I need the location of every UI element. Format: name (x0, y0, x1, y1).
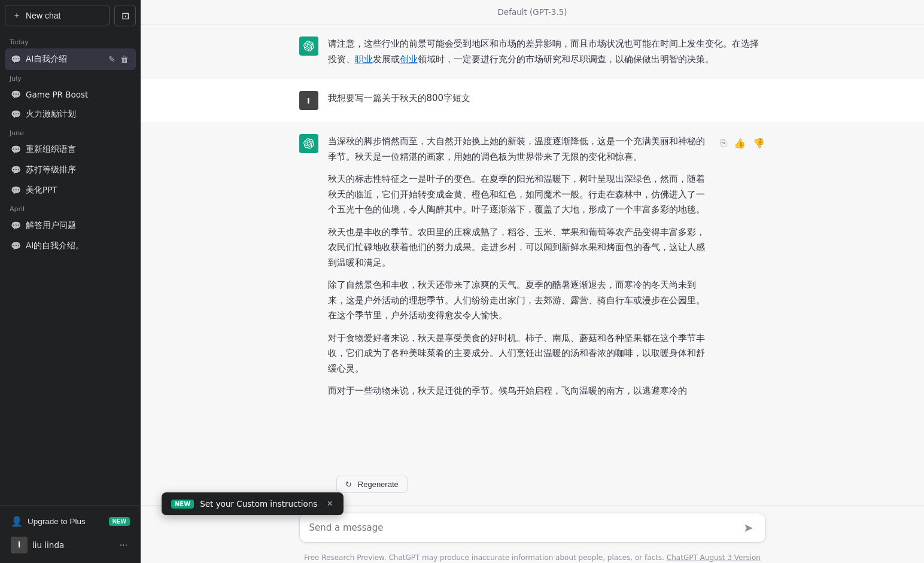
chat-item-label: 美化PPT (26, 185, 130, 196)
chat-item-label: 重新组织语言 (26, 144, 130, 155)
main: Default (GPT-3.5) 请注意，这些行业的前景可能会受到地区和市场的… (141, 0, 924, 563)
message-content-user: 我想要写一篇关于秋天的800字短文 (328, 91, 766, 110)
user-avatar: l (11, 537, 28, 553)
model-label: Default (GPT-3.5) (497, 7, 567, 17)
chat-area[interactable]: 请注意，这些行业的前景可能会受到地区和市场的差异影响，而且市场状况也可能在时间上… (141, 25, 924, 471)
chat-item-label: 苏打等级排序 (26, 165, 130, 175)
toast-badge: NEW (171, 500, 194, 509)
chat-item-game-pr[interactable]: 💬 Game PR Boost (5, 85, 136, 104)
message-content-assistant-2: 当深秋的脚步悄然而至，大自然开始换上她的新装，温度逐渐降低，这是一个充满美丽和神… (328, 134, 710, 399)
assistant-avatar (299, 36, 318, 56)
chat-item-suda[interactable]: 💬 苏打等级排序 (5, 160, 136, 180)
chat-icon: 💬 (11, 54, 21, 64)
new-badge: NEW (109, 517, 130, 526)
regenerate-button[interactable]: ↻ Regenerate (336, 476, 408, 493)
chat-item-actions: ✎ 🗑 (107, 53, 130, 65)
layout-icon: ⊡ (121, 10, 129, 22)
chat-item-jieda[interactable]: 💬 解答用户问题 (5, 215, 136, 236)
chat-icon: 💬 (11, 185, 21, 195)
user-message-avatar: I (299, 91, 318, 110)
chat-item-ai-intro[interactable]: 💬 AI自我介绍 ✎ 🗑 (5, 48, 136, 70)
chat-item-huoli[interactable]: 💬 火力激励计划 (5, 104, 136, 124)
user-menu-button[interactable]: ··· (117, 538, 130, 552)
chat-item-label: AI自我介绍 (26, 54, 102, 65)
new-chat-label: New chat (26, 11, 60, 20)
footer-text-content: Free Research Preview. ChatGPT may produ… (304, 553, 664, 562)
chat-item-meihua[interactable]: 💬 美化PPT (5, 180, 136, 200)
plus-icon: ＋ (13, 10, 21, 21)
assistant-avatar-2 (299, 134, 318, 153)
message-input[interactable] (309, 522, 741, 533)
chat-item-label: AI的自我介绍。 (26, 241, 130, 251)
chat-icon: 💬 (11, 221, 21, 230)
sidebar-bottom: 👤 Upgrade to Plus NEW l liu linda ··· (0, 506, 141, 563)
section-today: Today (5, 34, 136, 48)
message-actions: ⎘ 👍 👎 (719, 134, 766, 399)
section-july: July (5, 70, 136, 85)
edit-chat-button[interactable]: ✎ (107, 53, 117, 65)
chat-icon: 💬 (11, 145, 21, 154)
chat-icon: 💬 (11, 241, 21, 251)
sidebar-toggle-button[interactable]: ⊡ (114, 5, 136, 26)
message-block-assistant-2: 当深秋的脚步悄然而至，大自然开始换上她的新装，温度逐渐降低，这是一个充满美丽和神… (141, 122, 924, 411)
chat-item-ai-intro2[interactable]: 💬 AI的自我介绍。 (5, 236, 136, 256)
chat-item-chongxin[interactable]: 💬 重新组织语言 (5, 139, 136, 160)
message-content-1: 请注意，这些行业的前景可能会受到地区和市场的差异影响，而且市场状况也可能在时间上… (328, 36, 766, 67)
chat-item-label: 解答用户问题 (26, 220, 130, 231)
sidebar-top: ＋ New chat ⊡ (0, 0, 141, 31)
chat-icon: 💬 (11, 109, 21, 119)
person-icon: 👤 (11, 516, 23, 527)
chat-item-label: Game PR Boost (26, 90, 130, 99)
message-block-user: I 我想要写一篇关于秋天的800字短文 (141, 79, 924, 122)
copy-message-button[interactable]: ⎘ (719, 136, 728, 150)
main-header: Default (GPT-3.5) (141, 0, 924, 25)
send-button[interactable]: ➤ (741, 519, 756, 536)
regenerate-label: Regenerate (358, 480, 399, 489)
user-profile[interactable]: l liu linda ··· (5, 532, 136, 558)
regenerate-icon: ↻ (345, 480, 352, 489)
delete-chat-button[interactable]: 🗑 (119, 53, 130, 65)
toast-close-button[interactable]: × (326, 498, 333, 509)
upgrade-to-plus-button[interactable]: 👤 Upgrade to Plus NEW (5, 511, 136, 532)
footer-link[interactable]: ChatGPT August 3 Version (667, 553, 761, 562)
section-april: April (5, 200, 136, 215)
thumbs-up-button[interactable]: 👍 (732, 136, 747, 150)
new-chat-button[interactable]: ＋ New chat (5, 5, 110, 26)
sidebar: ＋ New chat ⊡ Today 💬 AI自我介绍 ✎ 🗑 July 💬 G… (0, 0, 141, 563)
send-icon: ➤ (743, 521, 753, 535)
input-box: ➤ (299, 513, 766, 543)
message-block-assistant-1: 请注意，这些行业的前景可能会受到地区和市场的差异影响，而且市场状况也可能在时间上… (141, 25, 924, 79)
upgrade-label: Upgrade to Plus (28, 517, 86, 526)
chat-item-label: 火力激励计划 (26, 109, 130, 120)
section-june: June (5, 124, 136, 139)
footer: Free Research Preview. ChatGPT may produ… (141, 550, 924, 563)
thumbs-down-button[interactable]: 👎 (752, 136, 766, 150)
toast-message[interactable]: Set your Custom instructions (200, 499, 317, 509)
chat-icon: 💬 (11, 165, 21, 175)
chat-list: Today 💬 AI自我介绍 ✎ 🗑 July 💬 Game PR Boost … (0, 31, 141, 506)
custom-instructions-toast: NEW Set your Custom instructions × (162, 492, 344, 515)
chat-icon: 💬 (11, 90, 21, 99)
user-name: liu linda (32, 540, 113, 550)
